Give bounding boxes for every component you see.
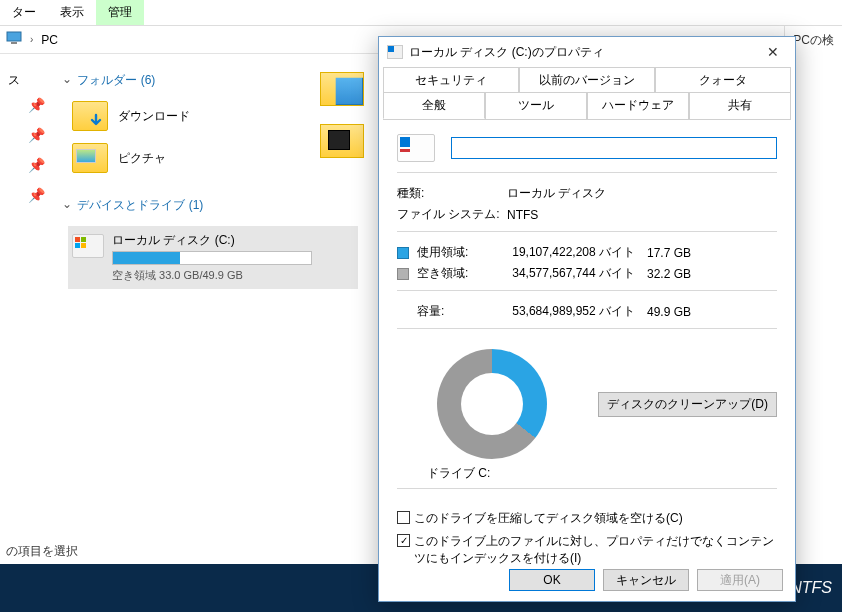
drive-item-c[interactable]: ローカル ディスク (C:) 空き領域 33.0 GB/49.9 GB bbox=[68, 226, 358, 289]
tabs-row-back: セキュリティ 以前のバージョン クォータ bbox=[379, 67, 795, 93]
pictures-folder-icon bbox=[72, 143, 108, 173]
pc-icon bbox=[6, 30, 22, 49]
svg-rect-4 bbox=[75, 243, 80, 248]
checkbox-icon bbox=[397, 534, 410, 547]
dialog-title: ローカル ディスク (C:)のプロパティ bbox=[409, 44, 759, 61]
close-button[interactable]: ✕ bbox=[759, 41, 787, 63]
disk-cleanup-button[interactable]: ディスクのクリーンアップ(D) bbox=[598, 392, 777, 417]
pin-icon: 📌 bbox=[0, 89, 50, 119]
value-used-bytes: 19,107,422,208 バイト bbox=[507, 244, 647, 261]
downloads-folder-icon bbox=[72, 101, 108, 131]
value-used-human: 17.7 GB bbox=[647, 246, 707, 260]
ok-button[interactable]: OK bbox=[509, 569, 595, 591]
svg-rect-1 bbox=[11, 42, 17, 44]
label-capacity: 容量: bbox=[397, 303, 507, 320]
folder-icon[interactable] bbox=[320, 72, 364, 106]
label-filesystem: ファイル システム: bbox=[397, 206, 507, 223]
properties-dialog: ローカル ディスク (C:)のプロパティ ✕ セキュリティ 以前のバージョン ク… bbox=[378, 36, 796, 602]
value-free-bytes: 34,577,567,744 バイト bbox=[507, 265, 647, 282]
checkbox-icon bbox=[397, 511, 410, 524]
tab-sharing[interactable]: 共有 bbox=[689, 92, 791, 119]
checkbox-index-label: このドライブ上のファイルに対し、プロパティだけでなくコンテンツにもインデックスを… bbox=[414, 533, 777, 567]
section-devices-label: デバイスとドライブ (1) bbox=[77, 198, 203, 212]
taskbar-text: NTFS bbox=[790, 579, 832, 597]
folder-column-2-partial bbox=[320, 72, 370, 176]
breadcrumb-pc[interactable]: PC bbox=[41, 33, 58, 47]
chevron-right-icon: › bbox=[26, 34, 37, 45]
drive-label: ドライブ C: bbox=[397, 465, 777, 482]
drive-icon bbox=[387, 45, 403, 59]
tab-previous-versions[interactable]: 以前のバージョン bbox=[519, 67, 655, 93]
nav-item-partial[interactable]: ス bbox=[0, 54, 50, 89]
cancel-button[interactable]: キャンセル bbox=[603, 569, 689, 591]
label-type: 種類: bbox=[397, 185, 507, 202]
svg-rect-3 bbox=[81, 237, 86, 242]
drive-name-input[interactable] bbox=[451, 137, 777, 159]
folder-label: ダウンロード bbox=[118, 108, 190, 125]
ribbon-tab-view[interactable]: 表示 bbox=[48, 0, 96, 25]
section-folders-label: フォルダー (6) bbox=[77, 73, 155, 87]
pin-icon: 📌 bbox=[0, 149, 50, 179]
usage-pie-chart bbox=[437, 349, 547, 459]
tab-tools[interactable]: ツール bbox=[485, 92, 587, 119]
quick-access-column: ス 📌 📌 📌 📌 bbox=[0, 54, 50, 209]
tabs-row-front: 全般 ツール ハードウェア 共有 bbox=[379, 92, 795, 119]
ribbon: ター 表示 管理 bbox=[0, 0, 842, 26]
drive-free-text: 空き領域 33.0 GB/49.9 GB bbox=[112, 268, 350, 283]
free-color-swatch bbox=[397, 268, 409, 280]
videos-folder-icon[interactable] bbox=[320, 124, 364, 158]
drive-name: ローカル ディスク (C:) bbox=[112, 232, 350, 249]
value-filesystem: NTFS bbox=[507, 208, 777, 222]
value-capacity-human: 49.9 GB bbox=[647, 305, 707, 319]
dialog-buttons: OK キャンセル 適用(A) bbox=[509, 569, 783, 591]
tab-quota[interactable]: クォータ bbox=[655, 67, 791, 93]
ribbon-tab-manage[interactable]: 管理 bbox=[96, 0, 144, 25]
chevron-down-icon: ⌄ bbox=[62, 72, 72, 86]
drive-usage-bar bbox=[112, 251, 312, 265]
checkbox-index[interactable]: このドライブ上のファイルに対し、プロパティだけでなくコンテンツにもインデックスを… bbox=[397, 530, 777, 570]
checkbox-compress[interactable]: このドライブを圧縮してディスク領域を空ける(C) bbox=[397, 507, 777, 530]
tab-general[interactable]: 全般 bbox=[383, 92, 485, 119]
tab-hardware[interactable]: ハードウェア bbox=[587, 92, 689, 119]
section-devices[interactable]: ⌄ デバイスとドライブ (1) bbox=[50, 179, 380, 220]
dialog-body: 種類:ローカル ディスク ファイル システム:NTFS 使用領域: 19,107… bbox=[379, 120, 795, 578]
chevron-down-icon: ⌄ bbox=[62, 197, 72, 211]
folder-label: ピクチャ bbox=[118, 150, 166, 167]
used-color-swatch bbox=[397, 247, 409, 259]
ribbon-tab-prev[interactable]: ター bbox=[0, 0, 48, 25]
drive-icon bbox=[397, 134, 435, 162]
pin-icon: 📌 bbox=[0, 119, 50, 149]
checkbox-compress-label: このドライブを圧縮してディスク領域を空ける(C) bbox=[414, 510, 683, 527]
dialog-titlebar[interactable]: ローカル ディスク (C:)のプロパティ ✕ bbox=[379, 37, 795, 67]
svg-rect-0 bbox=[7, 32, 21, 41]
label-used: 使用領域: bbox=[417, 245, 468, 259]
value-capacity-bytes: 53,684,989,952 バイト bbox=[507, 303, 647, 320]
svg-rect-5 bbox=[81, 243, 86, 248]
status-bar: の項目を選択 bbox=[0, 539, 84, 564]
drive-icon bbox=[72, 234, 104, 258]
pin-icon: 📌 bbox=[0, 179, 50, 209]
value-free-human: 32.2 GB bbox=[647, 267, 707, 281]
svg-rect-2 bbox=[75, 237, 80, 242]
tab-security[interactable]: セキュリティ bbox=[383, 67, 519, 93]
apply-button[interactable]: 適用(A) bbox=[697, 569, 783, 591]
label-free: 空き領域: bbox=[417, 266, 468, 280]
value-type: ローカル ディスク bbox=[507, 185, 777, 202]
